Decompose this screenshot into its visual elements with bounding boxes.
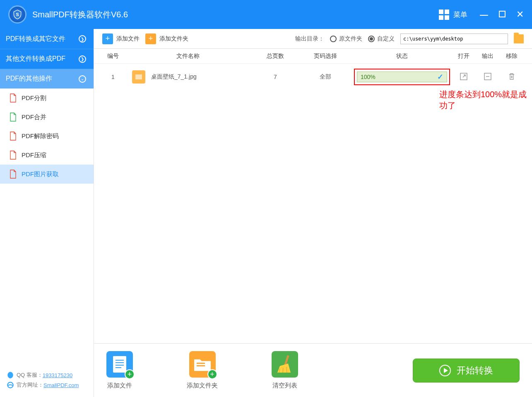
close-button[interactable]: ✕	[516, 9, 524, 20]
plus-badge-icon: +	[207, 369, 217, 379]
play-icon	[439, 365, 451, 376]
svg-rect-12	[197, 363, 205, 364]
minimize-button[interactable]: —	[480, 10, 488, 19]
radio-custom-folder[interactable]: 自定义	[368, 35, 395, 43]
main-panel: + 添加文件 + 添加文件夹 输出目录： 原文件夹 自定义 编号 文件名称 总页…	[94, 29, 532, 397]
sub-pdf-merge[interactable]: PDF合并	[0, 108, 94, 127]
header-pages: 总页数	[252, 53, 298, 60]
nav-pdf-other-ops[interactable]: PDF的其他操作 ⌄	[0, 69, 94, 88]
chevron-right-icon: ❯	[79, 35, 86, 43]
sub-pdf-split[interactable]: PDF分割	[0, 88, 94, 108]
toolbar: + 添加文件 + 添加文件夹 输出目录： 原文件夹 自定义	[94, 29, 532, 49]
nav-other-to-pdf[interactable]: 其他文件转换成PDF ❯	[0, 49, 94, 69]
table-row: 1 桌面壁纸_7_1.jpg 7 全部 100% ✓	[94, 64, 532, 90]
cell-pagesel[interactable]: 全部	[298, 73, 352, 81]
add-folder-button[interactable]: + 添加文件夹	[145, 33, 188, 44]
plus-icon: +	[145, 33, 156, 44]
cell-num: 1	[102, 74, 124, 80]
svg-rect-13	[197, 365, 205, 366]
ie-icon	[7, 381, 14, 389]
chevron-down-icon: ⌄	[79, 75, 86, 83]
site-link[interactable]: SmallPDF.com	[43, 382, 79, 388]
menu-button[interactable]: 菜单	[439, 10, 467, 20]
browse-folder-button[interactable]	[514, 34, 524, 43]
sub-pdf-extract-images[interactable]: PDF图片获取	[0, 165, 94, 184]
bottom-clear-list[interactable]: 清空列表	[272, 351, 298, 390]
file-icon: +	[106, 351, 133, 378]
add-file-button[interactable]: + 添加文件	[102, 33, 140, 44]
start-conversion-button[interactable]: 开始转换	[413, 359, 520, 383]
bottom-bar: + 添加文件 + 添加文件夹 清空列表 开始转换	[94, 343, 532, 397]
svg-text:S: S	[16, 12, 19, 17]
bottom-add-folder[interactable]: + 添加文件夹	[187, 351, 218, 390]
progress-highlight: 100% ✓	[354, 69, 450, 85]
progress-bar: 100% ✓	[357, 72, 447, 82]
app-logo: S	[8, 5, 26, 24]
titlebar: S SmallPDF转换器软件V6.6 菜单 — ✕	[0, 0, 532, 29]
folder-icon: +	[189, 351, 216, 378]
header-remove: 移除	[500, 53, 524, 60]
plus-icon: +	[102, 33, 113, 44]
bottom-add-file[interactable]: + 添加文件	[106, 351, 133, 390]
chevron-right-icon: ❯	[79, 55, 86, 63]
header-num: 编号	[102, 53, 124, 60]
header-open: 打开	[452, 53, 476, 60]
annotation-text: 进度条达到100%就是成功了	[439, 89, 532, 111]
output-path-input[interactable]	[400, 33, 508, 44]
qq-icon	[7, 371, 14, 379]
table-header: 编号 文件名称 总页数 页码选择 状态 打开 输出 移除	[94, 49, 532, 64]
cell-name: 桌面壁纸_7_1.jpg	[151, 73, 197, 81]
svg-point-2	[7, 372, 13, 378]
grid-icon	[439, 10, 449, 20]
header-status: 状态	[352, 53, 452, 60]
maximize-button[interactable]	[499, 10, 506, 19]
nav-pdf-to-other[interactable]: PDF转换成其它文件 ❯	[0, 29, 94, 49]
plus-badge-icon: +	[125, 369, 135, 379]
broom-icon	[272, 351, 298, 378]
radio-original-folder[interactable]: 原文件夹	[330, 35, 362, 43]
header-output: 输出	[476, 53, 500, 60]
header-pagesel: 页码选择	[298, 53, 352, 60]
app-title: SmallPDF转换器软件V6.6	[32, 9, 439, 20]
svg-rect-7	[113, 356, 126, 373]
svg-rect-1	[499, 11, 505, 17]
remove-button[interactable]	[508, 72, 516, 81]
sub-pdf-compress[interactable]: PDF压缩	[0, 146, 94, 165]
sidebar: PDF转换成其它文件 ❯ 其他文件转换成PDF ❯ PDF的其他操作 ⌄ PDF…	[0, 29, 94, 397]
check-icon: ✓	[437, 72, 443, 81]
cell-pages: 7	[252, 74, 298, 80]
header-name: 文件名称	[124, 53, 252, 60]
open-button[interactable]	[460, 72, 468, 81]
image-file-icon	[132, 70, 145, 84]
output-button[interactable]	[484, 72, 492, 81]
output-dir-label: 输出目录：	[295, 35, 324, 43]
qq-link[interactable]: 1933175230	[43, 372, 72, 378]
svg-rect-14	[284, 355, 289, 365]
sub-pdf-unlock[interactable]: PDF解除密码	[0, 127, 94, 146]
